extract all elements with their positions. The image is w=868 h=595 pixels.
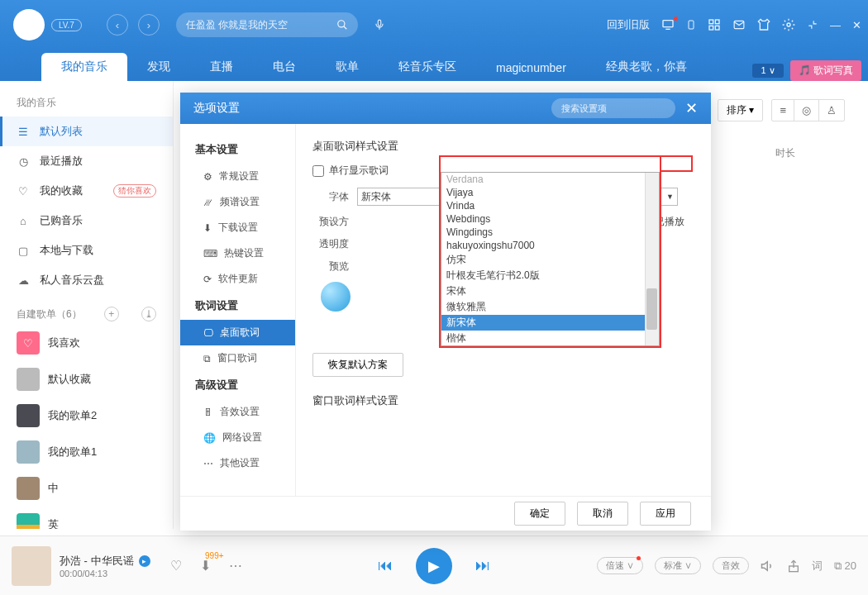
nav-spectrum[interactable]: ⫻频谱设置 xyxy=(180,189,295,215)
more-icon[interactable]: ⋯ xyxy=(229,558,242,574)
font-option[interactable]: Vrinda xyxy=(441,199,659,212)
font-option[interactable]: 楷体 xyxy=(441,331,659,346)
apps-icon[interactable] xyxy=(708,18,721,31)
playlist-1[interactable]: 我的歌单1 xyxy=(0,434,173,470)
speed-button[interactable]: 倍速 ∨ xyxy=(597,557,643,574)
import-playlist-icon[interactable]: ⤓ xyxy=(141,307,156,321)
play-button[interactable]: ▶ xyxy=(416,548,452,584)
sidebar-item-favorites[interactable]: ♡我的收藏猜你喜欢 xyxy=(0,176,173,206)
tab-radio[interactable]: 电台 xyxy=(253,53,316,81)
font-option[interactable]: 叶根友毛笔行书2.0版 xyxy=(441,268,659,283)
font-option-selected[interactable]: 新宋体 xyxy=(441,315,659,331)
sidebar-item-recent[interactable]: ◷最近播放 xyxy=(0,146,173,176)
tab-lightmusic[interactable]: 轻音乐专区 xyxy=(379,53,476,81)
cloud-icon: ☁ xyxy=(17,274,30,287)
list-icon: ☰ xyxy=(17,126,30,138)
quality-button[interactable]: 标准 ∨ xyxy=(655,557,701,574)
disc-view-icon[interactable]: ◎ xyxy=(794,100,819,121)
single-line-checkbox[interactable] xyxy=(312,165,324,177)
nav-audio-effect[interactable]: 🎚音效设置 xyxy=(180,399,295,425)
section-window-lyric: 窗口歌词样式设置 xyxy=(312,393,694,408)
tab-my-music[interactable]: 我的音乐 xyxy=(41,53,127,81)
quality-badge-icon[interactable]: ▸ xyxy=(139,555,150,567)
search-icon[interactable] xyxy=(336,19,348,31)
volume-icon[interactable] xyxy=(761,559,775,574)
tab-discover[interactable]: 发现 xyxy=(127,53,190,81)
sidebar-item-local[interactable]: ▢本地与下载 xyxy=(0,236,173,265)
nav-network[interactable]: 🌐网络设置 xyxy=(180,425,295,450)
mail-icon[interactable] xyxy=(732,19,746,31)
nav-back-icon[interactable]: ‹ xyxy=(107,14,128,36)
effect-button[interactable]: 音效 xyxy=(713,557,749,574)
list-view-icon[interactable]: ≡ xyxy=(772,100,794,121)
queue-button[interactable]: ⧉ 20 xyxy=(834,559,856,573)
lyric-button[interactable]: 词 xyxy=(812,559,823,574)
close-icon[interactable]: ✕ xyxy=(852,19,861,31)
restore-default-button[interactable]: 恢复默认方案 xyxy=(312,353,403,377)
font-option[interactable]: Vijaya xyxy=(441,186,659,199)
like-icon[interactable]: ♡ xyxy=(170,558,182,574)
album-art[interactable] xyxy=(12,546,51,586)
screen-icon[interactable] xyxy=(661,18,675,31)
nav-download[interactable]: ⬇下载设置 xyxy=(180,215,295,240)
ok-button[interactable]: 确定 xyxy=(514,502,565,526)
search-input[interactable] xyxy=(186,19,336,31)
playlist-like[interactable]: ♡我喜欢 xyxy=(0,325,173,361)
sidebar-item-default[interactable]: ☰默认列表 xyxy=(0,117,173,146)
scrollbar-thumb[interactable] xyxy=(646,288,657,330)
cancel-button[interactable]: 取消 xyxy=(577,502,628,526)
playlist-default-fav[interactable]: 默认收藏 xyxy=(0,361,173,397)
dialog-search-input[interactable] xyxy=(561,103,665,113)
nav-forward-icon[interactable]: › xyxy=(138,14,160,36)
dropdown-scrollbar[interactable] xyxy=(645,173,659,345)
skin-icon[interactable] xyxy=(757,18,770,31)
tab-magic[interactable]: magicnumber xyxy=(476,55,586,81)
font-option[interactable]: Verdana xyxy=(441,173,659,186)
tab-live[interactable]: 直播 xyxy=(190,53,253,81)
nav-update[interactable]: ⟳软件更新 xyxy=(180,266,295,292)
download-icon[interactable]: ⬇999+ xyxy=(200,558,211,574)
tab-classic[interactable]: 经典老歌，你喜 xyxy=(586,53,707,81)
globe-icon: 🌐 xyxy=(203,432,216,444)
nav-window-lyric[interactable]: ⧉窗口歌词 xyxy=(180,345,295,371)
avatar[interactable] xyxy=(13,9,45,40)
badge-lyric-photo[interactable]: 🎵 歌词写真 xyxy=(790,60,861,81)
phone-icon[interactable] xyxy=(686,18,696,31)
add-playlist-icon[interactable]: + xyxy=(104,307,119,321)
dialog-close-icon[interactable]: ✕ xyxy=(685,99,698,117)
playlist-2[interactable]: 我的歌单2 xyxy=(0,397,173,434)
mic-icon[interactable] xyxy=(370,15,389,35)
bars-icon: ⫻ xyxy=(203,197,213,208)
sidebar-item-purchased[interactable]: ⌂已购音乐 xyxy=(0,206,173,236)
share-icon[interactable] xyxy=(787,559,800,573)
font-option[interactable]: Webdings xyxy=(441,212,659,226)
nav-other[interactable]: ⋯其他设置 xyxy=(180,450,295,476)
user-view-icon[interactable]: ♙ xyxy=(819,100,844,121)
nav-general[interactable]: ⚙常规设置 xyxy=(180,164,295,189)
gear-icon[interactable] xyxy=(782,18,795,31)
sidebar-item-cloud[interactable]: ☁私人音乐云盘 xyxy=(0,265,173,295)
level-badge[interactable]: LV.7 xyxy=(51,19,82,31)
dialog-search[interactable] xyxy=(551,98,675,118)
next-icon[interactable]: ⏭ xyxy=(475,557,490,574)
font-option[interactable]: 微软雅黑 xyxy=(441,299,659,315)
font-dropdown-list[interactable]: Verdana Vijaya Vrinda Webdings Wingdings… xyxy=(441,172,660,346)
playlist-en[interactable]: 英 xyxy=(0,507,173,529)
badge-count[interactable]: 1 ∨ xyxy=(752,64,783,78)
mini-icon[interactable] xyxy=(807,19,818,31)
font-option[interactable]: Wingdings xyxy=(441,226,659,239)
nav-hotkey[interactable]: ⌨热键设置 xyxy=(180,240,295,266)
search-box[interactable] xyxy=(176,12,358,37)
playlist-cn[interactable]: 中 xyxy=(0,470,173,507)
apply-button[interactable]: 应用 xyxy=(640,502,691,526)
font-option[interactable]: 宋体 xyxy=(441,283,659,299)
nav-desktop-lyric[interactable]: 🖵桌面歌词 xyxy=(180,320,295,345)
font-option[interactable]: hakuyoxingshu7000 xyxy=(441,239,659,252)
font-option[interactable]: 仿宋 xyxy=(441,252,659,268)
tab-playlist[interactable]: 歌单 xyxy=(316,53,379,81)
prev-icon[interactable]: ⏮ xyxy=(378,557,393,574)
return-old-link[interactable]: 回到旧版 xyxy=(607,17,650,32)
minimize-icon[interactable]: — xyxy=(830,19,841,31)
track-title[interactable]: 孙浩 - 中华民谣 xyxy=(60,554,134,569)
sort-button[interactable]: 排序 ▾ xyxy=(718,99,763,121)
